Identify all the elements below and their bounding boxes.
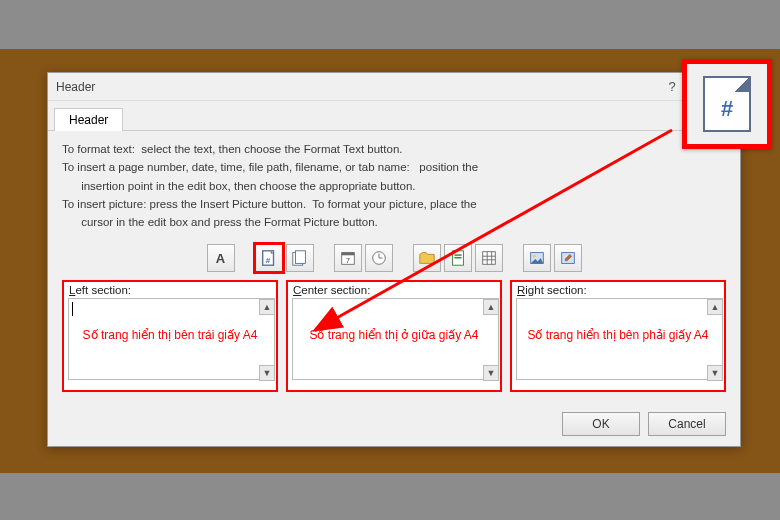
scroll-down-icon[interactable]: ▼ [259,365,275,381]
scroll-down-icon[interactable]: ▼ [707,365,723,381]
center-section-label: Center section: [288,282,500,296]
format-text-button[interactable]: A [207,244,235,272]
dialog-title: Header [56,80,652,94]
insert-time-button[interactable] [365,244,393,272]
svg-rect-14 [454,257,461,258]
time-icon [370,249,388,267]
callout-page-number-icon: # [682,59,772,149]
sheet-name-icon [480,249,498,267]
scroll-up-icon[interactable]: ▲ [707,299,723,315]
date-icon: 7 [339,249,357,267]
insert-sheet-name-button[interactable] [475,244,503,272]
svg-rect-13 [454,255,461,256]
page-number-icon-large: # [703,76,751,132]
svg-point-21 [532,255,535,258]
scroll-up-icon[interactable]: ▲ [259,299,275,315]
titlebar: Header ? ✕ [48,73,740,101]
right-annotation: Số trang hiển thị bên phải giấy A4 [512,328,724,342]
svg-text:7: 7 [346,256,350,265]
toolbar: A # 7 [48,244,740,272]
insert-file-path-button[interactable] [413,244,441,272]
cancel-button[interactable]: Cancel [648,412,726,436]
left-section-label: Left section: [64,282,276,296]
sections: Left section: ▲ ▼ Số trang hiển thị bên … [48,280,740,392]
svg-rect-15 [482,252,495,265]
page-number-icon: # [260,249,278,267]
format-picture-icon [559,249,577,267]
center-annotation: Số trang hiển thị ở giữa giấy A4 [288,328,500,342]
right-section-label: Right section: [512,282,724,296]
tab-header[interactable]: Header [54,108,123,131]
tab-row: Header [48,107,740,131]
ok-button[interactable]: OK [562,412,640,436]
scroll-up-icon[interactable]: ▲ [483,299,499,315]
svg-rect-5 [295,251,305,264]
insert-date-button[interactable]: 7 [334,244,362,272]
insert-pages-button[interactable] [286,244,314,272]
insert-picture-button[interactable] [523,244,551,272]
left-annotation: Số trang hiển thị bên trái giấy A4 [64,328,276,342]
file-path-icon [418,249,436,267]
instructions-text: To format text: select the text, then ch… [48,131,740,234]
scroll-down-icon[interactable]: ▼ [483,365,499,381]
file-name-icon [449,249,467,267]
insert-picture-icon [528,249,546,267]
dialog-footer: OK Cancel [562,412,726,436]
right-section: Right section: ▲ ▼ Số trang hiển thị bên… [510,280,726,392]
left-section: Left section: ▲ ▼ Số trang hiển thị bên … [62,280,278,392]
pages-icon [291,249,309,267]
text-cursor [72,302,73,316]
format-picture-button[interactable] [554,244,582,272]
header-dialog: Header ? ✕ Header To format text: select… [47,72,741,447]
insert-file-name-button[interactable] [444,244,472,272]
insert-page-number-button[interactable]: # [255,244,283,272]
center-section: Center section: ▲ ▼ Số trang hiển thị ở … [286,280,502,392]
svg-text:#: # [265,256,270,265]
